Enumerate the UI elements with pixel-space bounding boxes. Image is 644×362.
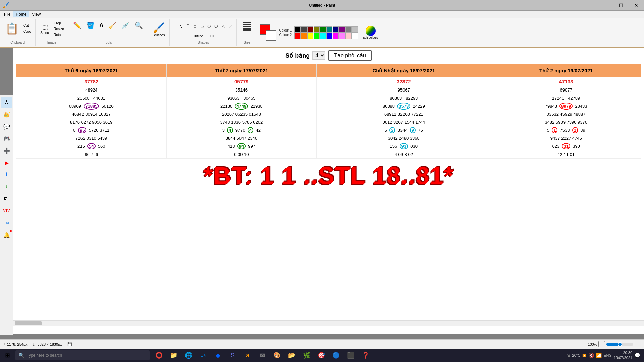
pencil-button[interactable]: ✏️: [71, 21, 84, 30]
taskbar-edge[interactable]: 🌐: [182, 349, 195, 361]
tool-gamepad[interactable]: 🎮: [1, 133, 12, 144]
notification-icon[interactable]: 💬: [634, 353, 640, 358]
taskbar-search[interactable]: 🔍 Type here to search: [15, 350, 150, 360]
color-green[interactable]: [320, 26, 326, 33]
tool-add[interactable]: ➕: [1, 145, 12, 156]
table-row-6: 8176 6272 9056 3619 3748 1336 5786 0202 …: [16, 118, 641, 126]
fill-shape-button[interactable]: Fill: [208, 33, 216, 39]
table-row-3: 26508 44631 93053 30465 80303 82293 1724…: [16, 94, 641, 102]
color-black[interactable]: [294, 26, 301, 33]
start-button[interactable]: ⊞: [1, 349, 13, 361]
tool-store[interactable]: 🛍: [1, 193, 12, 204]
clipboard-label: Clipboard: [10, 39, 25, 44]
taskbar-files[interactable]: 📁: [168, 349, 180, 361]
tool-youtube[interactable]: ▶: [1, 157, 12, 168]
menu-home[interactable]: Home: [13, 11, 29, 17]
rotate-button[interactable]: Rotate: [52, 32, 65, 37]
paste-button[interactable]: 📋: [3, 21, 21, 36]
color-teal[interactable]: [326, 26, 332, 33]
cell-4-r5: 03532 45929 48887: [491, 110, 641, 118]
magnify-button[interactable]: 🔍: [132, 21, 145, 30]
menu-file[interactable]: File: [1, 11, 13, 17]
taskbar-unknown2[interactable]: 🎨: [271, 349, 283, 361]
crop-button[interactable]: Crop: [52, 21, 65, 26]
cell-4-special1: 47133: [491, 77, 641, 86]
size-4[interactable]: [243, 28, 251, 31]
taskbar-dropbox[interactable]: ◆: [212, 349, 224, 361]
shapes-grid: ╲ ⌒ □ ▭ ⬠ ⬡ △ ◸: [175, 21, 231, 32]
taskbar-cortana[interactable]: ⭕: [153, 349, 165, 361]
zoom-slider[interactable]: [606, 343, 633, 346]
colour2-swatch[interactable]: [266, 30, 276, 41]
color-red[interactable]: [294, 33, 301, 39]
create-button[interactable]: Tạo phôi cầu: [328, 50, 372, 61]
taskbar-unknown3[interactable]: 🌿: [301, 349, 313, 361]
color-olive[interactable]: [314, 26, 320, 33]
zoom-bar: 100% − +: [588, 341, 641, 347]
text-button[interactable]: A: [97, 21, 106, 30]
tool-messenger[interactable]: 💬: [1, 121, 12, 132]
minimize-button[interactable]: —: [598, 0, 613, 11]
tool-vtv[interactable]: VTV: [1, 205, 12, 217]
size-2[interactable]: [243, 24, 251, 25]
color-cyan[interactable]: [320, 33, 326, 39]
table-row-special2: 48924 35146 95067 69077: [16, 86, 641, 94]
tool-notify[interactable]: 🔔: [1, 229, 12, 241]
zoom-in-button[interactable]: +: [635, 341, 641, 347]
colorpick-button[interactable]: 💉: [119, 21, 132, 30]
shape-rtri[interactable]: ◸: [224, 21, 236, 32]
close-button[interactable]: ✕: [629, 0, 644, 11]
resize-button[interactable]: Resize: [52, 26, 65, 32]
color-dgray[interactable]: [301, 26, 307, 33]
color-navy[interactable]: [333, 26, 339, 33]
data-table: Thứ 6 ngày 16/07/2021 Thứ 7 ngày 17/07/2…: [16, 64, 641, 159]
taskbar-stripe[interactable]: S: [227, 349, 239, 361]
taskbar-chrome[interactable]: 🔵: [330, 349, 342, 361]
eraser-button[interactable]: 🧹: [106, 21, 119, 30]
color-orange[interactable]: [301, 33, 307, 39]
taskbar-help[interactable]: ❓: [360, 349, 372, 361]
color-yellow[interactable]: [307, 33, 313, 39]
horizontal-scrollbar[interactable]: [13, 320, 644, 326]
color-white[interactable]: [352, 33, 358, 39]
tool-spotify[interactable]: ♪: [1, 181, 12, 192]
color-lightpink[interactable]: [345, 33, 352, 39]
color-pink[interactable]: [339, 33, 345, 39]
outline-button[interactable]: Outline: [191, 33, 205, 39]
taskbar-unknown5[interactable]: ⬛: [345, 349, 357, 361]
menu-view[interactable]: View: [29, 11, 43, 17]
taskbar-unknown1[interactable]: ✉: [256, 349, 268, 361]
cell-4-r7: 5 1 7533 1 39: [491, 126, 641, 134]
color-magenta[interactable]: [333, 33, 339, 39]
taskbar-store[interactable]: 🛍: [197, 349, 209, 361]
color-purple[interactable]: [339, 26, 345, 33]
tool-tiki[interactable]: TKI: [1, 217, 12, 229]
fill-button[interactable]: 🪣: [84, 21, 97, 30]
taskbar-amazon[interactable]: a: [241, 349, 254, 361]
brushes-button[interactable]: 🖌️ Brushes: [151, 21, 167, 38]
color-maroon[interactable]: [307, 26, 313, 33]
left-toolbar: ⏱ 👑 💬 🎮 ➕ ▶ f ♪ 🛍 VTV TKI 🔔: [0, 95, 13, 335]
color-blue[interactable]: [326, 33, 332, 39]
tool-crown[interactable]: 👑: [1, 109, 12, 120]
maximize-button[interactable]: ☐: [613, 0, 629, 11]
cut-button[interactable]: Cut: [22, 23, 33, 28]
copy-button[interactable]: Copy: [22, 29, 33, 34]
taskbar-files2[interactable]: 📂: [286, 349, 298, 361]
tool-facebook[interactable]: f: [1, 169, 12, 180]
cell-3-r9: 156 93 030: [317, 142, 491, 150]
color-gray[interactable]: [345, 26, 352, 33]
edit-colours-button[interactable]: Edit colours: [361, 24, 380, 41]
size-1[interactable]: [243, 22, 251, 23]
color-silver[interactable]: [352, 26, 358, 33]
zoom-out-button[interactable]: −: [598, 341, 605, 347]
scrollbar-thumb[interactable]: [15, 321, 42, 325]
cell-3-r3: 80303 82293: [317, 94, 491, 102]
canvas-scroll-area[interactable]: Số bảng 4 1 2 3 5 Tạo phôi cầu Thứ 6 ngà…: [13, 48, 644, 334]
size-3[interactable]: [243, 26, 251, 27]
select-button[interactable]: ⬚ Select: [38, 22, 52, 36]
taskbar-unknown4[interactable]: 🎯: [315, 349, 327, 361]
color-lime[interactable]: [314, 33, 320, 39]
table-number-select[interactable]: 4 1 2 3 5: [312, 51, 325, 60]
tool-history[interactable]: ⏱: [1, 97, 12, 108]
